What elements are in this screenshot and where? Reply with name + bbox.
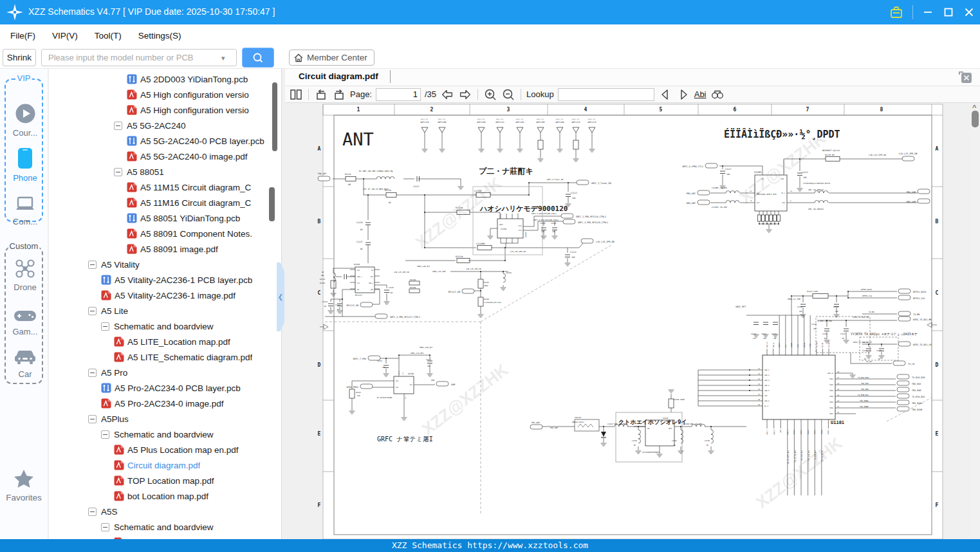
tree-scrollbar-thumb-2[interactable]: [269, 187, 275, 221]
search-input[interactable]: Please input the model number or PCB: [41, 49, 237, 66]
page-number-input[interactable]: [376, 88, 421, 101]
tree-folder[interactable]: A5Plus: [49, 412, 281, 427]
sidebar-item-favorites[interactable]: Favorites: [3, 469, 45, 502]
tree-item[interactable]: A5 High configuration versio: [49, 87, 281, 103]
sidebar-item-gam[interactable]: Gam...: [6, 309, 44, 336]
tree-item[interactable]: A5 5G-2AC240-0 PCB layer.pcb: [49, 134, 281, 149]
viewer-scrollbar-thumb[interactable]: [972, 111, 979, 127]
rotate-right-icon[interactable]: [332, 87, 346, 102]
tree-item[interactable]: A5 88051 YiDianTong.pcb: [49, 211, 281, 226]
tree-item[interactable]: A5 Vitality-2AC236-1 PCB layer.pcb: [49, 273, 281, 288]
previous-page-icon[interactable]: [440, 87, 454, 102]
viewer-scrollbar[interactable]: ^: [970, 103, 980, 539]
collapse-icon[interactable]: [101, 523, 109, 531]
lookup-input[interactable]: [558, 88, 654, 101]
tree-item[interactable]: TOP Location map.pdf: [49, 474, 281, 489]
tree-item[interactable]: A5 LITE_Schematic diagram.pdf: [49, 350, 281, 365]
tree-folder[interactable]: Schematic and boardview: [49, 520, 281, 535]
tree-item[interactable]: A5 5G-2AC240-0 image.pdf: [49, 149, 281, 165]
tree-folder[interactable]: A5 5G-2AC240: [49, 118, 281, 134]
tree-item[interactable]: A5 2DD003 YiDianTong.pcb: [49, 72, 281, 87]
svg-text:R1122: R1122: [345, 173, 351, 176]
member-center-button[interactable]: Member Center: [289, 50, 374, 66]
tree-item[interactable]: Circuit diagram.pdf: [49, 458, 281, 474]
sidebar-item-phone[interactable]: Phone: [6, 147, 44, 183]
menu-item-3[interactable]: Settings(S): [138, 31, 181, 41]
tree-folder[interactable]: A5 Pro: [49, 365, 281, 381]
tree-item[interactable]: A5 88091 image.pdf: [49, 242, 281, 257]
tree-item[interactable]: A5 LITE_Location map.pdf: [49, 335, 281, 350]
shrink-button[interactable]: Shrink: [3, 49, 36, 66]
tree-folder[interactable]: A5 Lite: [49, 304, 281, 319]
sidebar-item-car[interactable]: Car: [6, 349, 44, 379]
svg-text:TRX19: TRX19: [827, 429, 829, 434]
vip-briefcase-icon[interactable]: [889, 5, 903, 19]
tree-item[interactable]: A5 Plus Location map en.pdf: [49, 443, 281, 458]
svg-text:23: 23: [837, 400, 840, 402]
svg-text:VRAMP: VRAMP: [791, 342, 793, 347]
tree-item[interactable]: A5 Pro-2AC234-0 PCB layer.pcb: [49, 381, 281, 396]
collapse-icon[interactable]: [101, 322, 109, 331]
menu-item-0[interactable]: File(F): [10, 31, 35, 41]
svg-text:BK21319A-493LF QFN: BK21319A-493LF QFN: [757, 193, 777, 196]
svg-text:L14_L15_2PR_ON: L14_L15_2PR_ON: [899, 152, 918, 155]
collapse-icon[interactable]: [101, 430, 109, 439]
svg-text:TRX_B40: TRX_B40: [912, 389, 921, 392]
collapse-icon[interactable]: [88, 307, 97, 315]
course-play-icon: [15, 115, 36, 126]
collapse-icon[interactable]: [88, 415, 97, 423]
document-tab[interactable]: Circuit diagram.pdf: [299, 70, 391, 83]
tree-item[interactable]: A5 11M15 Circuit diagram_C: [49, 180, 281, 196]
collapse-icon[interactable]: [114, 168, 122, 176]
collapse-icon[interactable]: [88, 369, 97, 377]
sidebar-item-drone[interactable]: Drone: [6, 259, 44, 292]
next-page-icon[interactable]: [458, 87, 472, 102]
menu-item-1[interactable]: VIP(V): [52, 31, 78, 41]
tree-item[interactable]: A5 11M16 Circuit diagram_C: [49, 196, 281, 211]
svg-text:GND_1: GND_1: [764, 369, 770, 371]
match-case-button[interactable]: Abi: [694, 89, 707, 99]
tree-folder-label: A5 Pro: [101, 365, 127, 381]
tree-folder[interactable]: Schematic and boardview: [49, 319, 281, 335]
find-next-icon[interactable]: [676, 87, 690, 102]
tree-folder[interactable]: A5S: [49, 504, 281, 520]
tree-folder[interactable]: A5 88051: [49, 165, 281, 180]
close-button[interactable]: [963, 6, 975, 18]
svg-text:19: 19: [758, 404, 761, 406]
svg-text:103: 103: [541, 230, 544, 233]
chevron-down-icon[interactable]: ▾: [221, 54, 225, 62]
close-document-icon[interactable]: [958, 71, 972, 84]
collapse-icon[interactable]: [88, 508, 97, 516]
tree-item[interactable]: A5 Vitality-2AC236-1 image.pdf: [49, 288, 281, 304]
tree-scrollbar-thumb[interactable]: [272, 82, 277, 151]
svg-text:474: 474: [753, 338, 756, 340]
svg-text:16S21 1NT-: 16S21 1NT-: [477, 118, 485, 120]
tree-folder[interactable]: A5 Vitality: [49, 257, 281, 273]
collapse-icon[interactable]: [114, 122, 122, 130]
search-button[interactable]: [242, 48, 274, 68]
svg-text:RF6: RF6: [782, 202, 786, 204]
tree-item[interactable]: A5 Pro-2AC234-0 image.pdf: [49, 396, 281, 412]
zoom-in-icon[interactable]: [483, 87, 497, 102]
minimize-button[interactable]: [922, 6, 934, 18]
svg-text:GND_7: GND_7: [766, 429, 768, 434]
sidebar-item-cour[interactable]: Cour...: [6, 103, 44, 138]
binoculars-icon[interactable]: [710, 87, 725, 102]
sidebar-item-com[interactable]: Com...: [6, 196, 44, 226]
menu-item-2[interactable]: Tool(T): [95, 31, 122, 41]
tree-item[interactable]: A5 High configuration versio: [49, 103, 281, 118]
tree-item[interactable]: A5 88091 Component Notes.: [49, 226, 281, 242]
pdf-viewer-canvas[interactable]: 12345678AABBCCDDEEFFXZZ@XZZHKXZZ@XZZHKXZ…: [285, 103, 970, 539]
two-page-view-icon[interactable]: [289, 87, 303, 102]
tree-item[interactable]: bot Location map.pdf: [49, 489, 281, 504]
maximize-button[interactable]: [943, 6, 954, 18]
tree-folder[interactable]: Schematic and boardview: [49, 427, 281, 443]
collapse-tree-handle[interactable]: ❮: [277, 262, 284, 331]
svg-text:TRX7: TRX7: [829, 413, 834, 415]
svg-text:NC: NC: [824, 338, 827, 340]
svg-text:100R: 100R: [484, 285, 488, 287]
find-previous-icon[interactable]: [658, 87, 672, 102]
zoom-out-icon[interactable]: [501, 87, 515, 102]
rotate-left-icon[interactable]: [314, 87, 328, 102]
collapse-icon[interactable]: [88, 261, 97, 269]
